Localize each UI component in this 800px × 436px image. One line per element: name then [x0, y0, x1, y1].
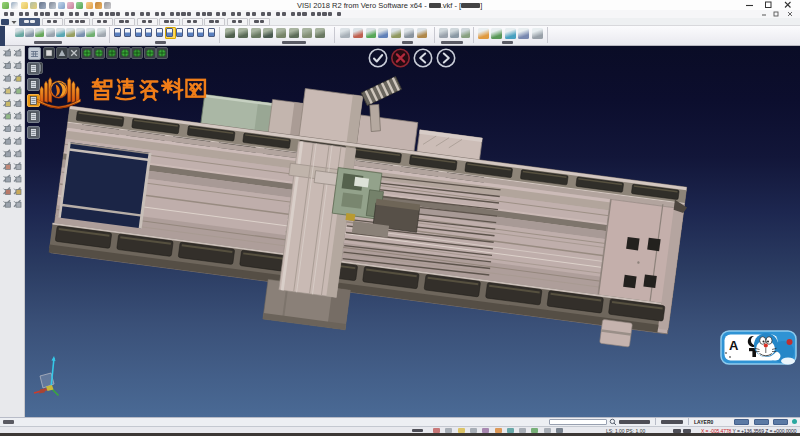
svg-text:A: A: [729, 338, 739, 353]
